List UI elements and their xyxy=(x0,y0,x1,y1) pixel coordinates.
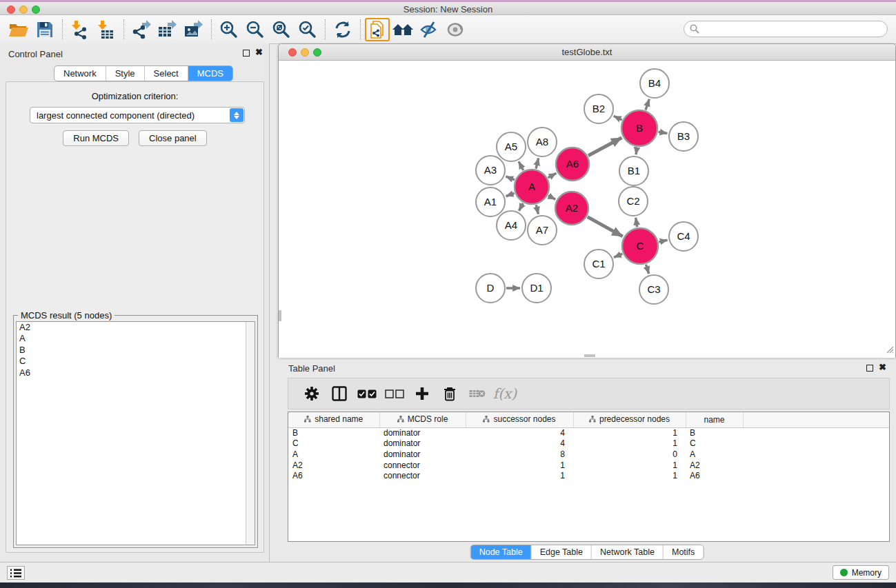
split-view-icon[interactable] xyxy=(326,386,353,401)
close-table-panel-icon[interactable]: ✖ xyxy=(879,363,886,372)
edge-B-B1[interactable] xyxy=(636,148,637,154)
import-network-icon[interactable] xyxy=(67,18,93,41)
node-A5[interactable]: A5 xyxy=(497,132,526,161)
table-header-row[interactable]: shared nameMCDS rolesuccessor nodesprede… xyxy=(288,412,889,427)
float-panel-icon[interactable] xyxy=(243,50,250,57)
deselect-all-checkboxes-icon[interactable] xyxy=(381,389,408,398)
zoom-selected-icon[interactable] xyxy=(295,18,321,41)
node-A7[interactable]: A7 xyxy=(528,216,557,245)
cell[interactable]: 1 xyxy=(573,460,686,471)
node-C2[interactable]: C2 xyxy=(619,187,648,216)
run-mcds-button[interactable]: Run MCDS xyxy=(63,130,129,146)
node-B[interactable]: B xyxy=(621,110,657,146)
cell[interactable]: A6 xyxy=(288,470,379,481)
result-item[interactable]: C xyxy=(17,356,255,367)
edge-B-B4[interactable] xyxy=(646,99,649,110)
network-window-titlebar[interactable]: testGlobe.txt xyxy=(279,44,895,61)
node-B1[interactable]: B1 xyxy=(619,156,648,185)
node-A[interactable]: A xyxy=(515,170,549,204)
node-table[interactable]: shared nameMCDS rolesuccessor nodesprede… xyxy=(288,412,890,542)
tab-edge-table[interactable]: Edge Table xyxy=(531,545,591,559)
cell[interactable]: 1 xyxy=(573,470,686,481)
criterion-select[interactable]: largest connected component (directed) xyxy=(30,107,245,123)
tab-motifs[interactable]: Motifs xyxy=(663,545,703,559)
open-session-icon[interactable] xyxy=(6,18,32,41)
result-item[interactable]: B xyxy=(17,345,255,356)
close-panel-icon[interactable]: ✖ xyxy=(255,48,263,57)
function-builder-icon[interactable]: f(x) xyxy=(491,385,519,402)
cell[interactable]: C xyxy=(686,438,743,449)
cell[interactable]: A xyxy=(686,449,743,460)
tab-node-table[interactable]: Node Table xyxy=(471,545,531,559)
table-row[interactable]: Cdominator41C xyxy=(288,438,889,449)
show-all-icon[interactable] xyxy=(442,18,468,41)
cell[interactable]: dominator xyxy=(379,427,466,438)
tab-select[interactable]: Select xyxy=(144,66,188,81)
column-header-predecessor-nodes[interactable]: predecessor nodes xyxy=(573,412,686,427)
memory-button[interactable]: Memory xyxy=(833,565,889,580)
node-C1[interactable]: C1 xyxy=(584,250,613,278)
edge-A-A3[interactable] xyxy=(506,176,515,180)
node-C[interactable]: C xyxy=(622,228,658,264)
column-header-name[interactable]: name xyxy=(686,412,743,427)
cell[interactable]: connector xyxy=(379,460,466,471)
cell[interactable]: 8 xyxy=(466,449,573,460)
node-B3[interactable]: B3 xyxy=(669,122,698,151)
mcds-result-list[interactable]: A2ABCA6 xyxy=(16,321,255,545)
edge-A-A8[interactable] xyxy=(536,158,539,168)
zoom-fit-icon[interactable] xyxy=(268,18,295,41)
column-header-successor-nodes[interactable]: successor nodes xyxy=(466,412,573,427)
zoom-out-icon[interactable] xyxy=(242,18,268,41)
edge-C-C3[interactable] xyxy=(646,265,648,274)
canvas-vertical-scrollbar[interactable] xyxy=(279,310,281,321)
edge-A-A2[interactable] xyxy=(548,196,555,200)
delete-column-icon[interactable] xyxy=(436,387,464,401)
cell[interactable]: dominator xyxy=(379,449,466,460)
cell[interactable]: A2 xyxy=(288,460,379,471)
network-canvas[interactable]: AA1A2A3A4A5A6A7A8BB1B2B3B4CC1C2C3C4DD1 xyxy=(279,61,895,358)
edge-A-A4[interactable] xyxy=(519,203,523,211)
result-item[interactable]: A2 xyxy=(17,322,255,333)
cell[interactable]: dominator xyxy=(379,438,466,449)
close-panel-button[interactable]: Close panel xyxy=(139,130,207,146)
float-table-panel-icon[interactable] xyxy=(866,365,873,372)
edge-B-B2[interactable] xyxy=(614,116,622,120)
export-network-icon[interactable] xyxy=(128,18,155,41)
node-A8[interactable]: A8 xyxy=(528,128,557,156)
canvas-horizontal-scrollbar[interactable] xyxy=(584,354,595,357)
result-scrollbar[interactable] xyxy=(246,322,255,545)
cell[interactable]: 1 xyxy=(466,460,573,471)
node-D1[interactable]: D1 xyxy=(522,274,551,303)
cell[interactable]: C xyxy=(288,438,379,449)
edge-C-C1[interactable] xyxy=(614,254,622,257)
node-C3[interactable]: C3 xyxy=(639,275,668,304)
search-input[interactable] xyxy=(684,21,888,37)
table-row[interactable]: A2connector11A2 xyxy=(288,460,889,471)
table-row[interactable]: Bdominator41B xyxy=(288,427,889,438)
export-table-icon[interactable] xyxy=(155,18,181,41)
hide-selected-icon[interactable] xyxy=(416,18,442,41)
tab-network[interactable]: Network xyxy=(54,66,106,81)
cell[interactable]: 0 xyxy=(573,449,686,460)
node-D[interactable]: D xyxy=(476,274,505,303)
edge-B-B3[interactable] xyxy=(659,132,668,133)
cell[interactable]: B xyxy=(288,427,379,438)
window-resize-grip[interactable] xyxy=(885,344,894,356)
cell[interactable]: A2 xyxy=(686,460,743,471)
tab-style[interactable]: Style xyxy=(106,66,144,81)
cell[interactable]: A xyxy=(288,449,379,460)
cell[interactable]: 1 xyxy=(573,438,686,449)
add-column-icon[interactable] xyxy=(408,387,436,401)
node-A4[interactable]: A4 xyxy=(497,211,526,240)
settings-icon[interactable] xyxy=(298,386,326,401)
edge-A-A7[interactable] xyxy=(536,205,538,214)
task-history-button[interactable] xyxy=(7,566,25,580)
export-image-icon[interactable] xyxy=(181,18,207,41)
table-row[interactable]: Adominator80A xyxy=(288,449,889,460)
save-session-icon[interactable] xyxy=(32,18,58,41)
column-header-shared-name[interactable]: shared name xyxy=(288,412,379,427)
result-item[interactable]: A xyxy=(17,333,255,344)
edge-C-C2[interactable] xyxy=(636,218,637,227)
result-item[interactable]: A6 xyxy=(17,367,255,378)
cell[interactable]: connector xyxy=(379,470,466,481)
